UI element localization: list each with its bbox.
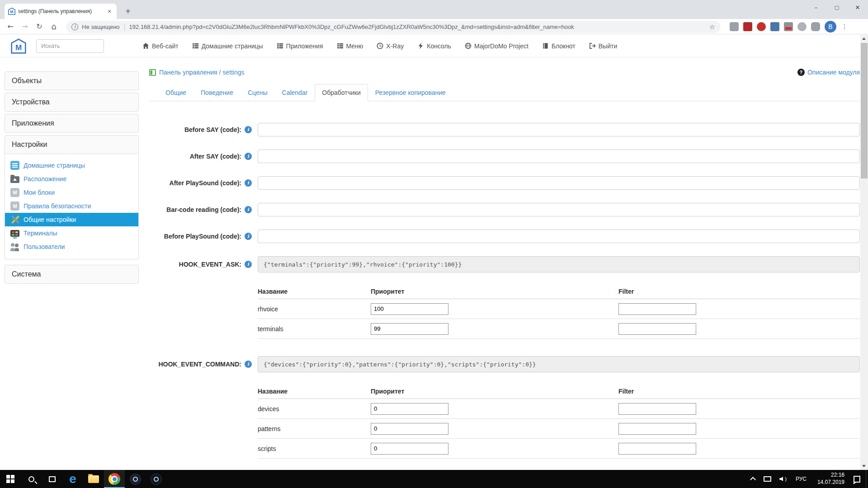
- taskbar-steam-2[interactable]: [146, 470, 166, 488]
- address-bar[interactable]: Не защищено 192.168.21.4/admin.php?pd=c2…: [66, 21, 721, 33]
- browser-menu-icon[interactable]: [841, 23, 848, 30]
- forward-icon[interactable]: [19, 21, 31, 33]
- scroll-up-arrow[interactable]: [860, 35, 868, 42]
- module-description-link[interactable]: Описание модуля: [797, 69, 860, 76]
- page-info-icon[interactable]: [71, 23, 78, 30]
- majordomo-logo[interactable]: M: [11, 38, 26, 54]
- sidebar-section-objects[interactable]: Объекты: [5, 71, 139, 90]
- priority-input[interactable]: [371, 443, 448, 455]
- tab-calendar[interactable]: Calendar: [275, 84, 315, 101]
- tab-behavior[interactable]: Поведение: [193, 84, 241, 101]
- page-scrollbar[interactable]: [860, 35, 868, 470]
- extension-icon[interactable]: [784, 22, 793, 31]
- sidebar-item-general-settings[interactable]: Общие настройки: [5, 213, 138, 226]
- taskbar-edge[interactable]: [62, 470, 83, 488]
- nav-item-console[interactable]: Консоль: [410, 42, 458, 50]
- nav-item-website[interactable]: Веб-сайт: [136, 42, 185, 50]
- filter-input[interactable]: [618, 303, 696, 315]
- nav-item-notebook[interactable]: Блокнот: [535, 42, 582, 50]
- extension-icon[interactable]: [797, 22, 807, 31]
- bookmark-star-icon[interactable]: [709, 23, 715, 31]
- profile-avatar[interactable]: B: [825, 21, 836, 33]
- barcode-input[interactable]: [258, 203, 860, 216]
- nav-item-apps[interactable]: Приложения: [270, 42, 330, 50]
- sidebar-section-devices[interactable]: Устройства: [5, 93, 139, 112]
- tab-backup[interactable]: Резервное копирование: [368, 84, 453, 101]
- browser-tab[interactable]: M settings (Панель управления): [5, 4, 117, 19]
- language-indicator[interactable]: РУС: [796, 476, 807, 482]
- sidebar-item-homepages[interactable]: Домашние страницы: [5, 159, 138, 172]
- taskbar-search-button[interactable]: [21, 470, 42, 488]
- sidebar-section-apps[interactable]: Приложения: [5, 114, 139, 133]
- start-button[interactable]: [0, 470, 21, 488]
- after-say-input[interactable]: [258, 150, 860, 163]
- extension-icon[interactable]: [811, 22, 820, 31]
- minimize-button[interactable]: [806, 0, 826, 14]
- info-icon[interactable]: [245, 233, 252, 240]
- filter-input[interactable]: [618, 443, 696, 455]
- filter-input[interactable]: [618, 323, 696, 335]
- priority-input[interactable]: [371, 403, 448, 415]
- url-text[interactable]: 192.168.21.4/admin.php?pd=c2V0dGluZ3M6e2…: [129, 23, 706, 30]
- breadcrumb[interactable]: Панель управления / settings: [149, 69, 245, 76]
- info-icon[interactable]: [245, 179, 252, 187]
- hook-ask-value: {"terminals":{"priority":99},"rhvoice":{…: [258, 256, 860, 272]
- action-center-icon[interactable]: [854, 476, 860, 483]
- taskbar-chrome[interactable]: [104, 470, 125, 488]
- extension-icon[interactable]: [757, 22, 766, 31]
- sidebar-item-myblocks[interactable]: Мои блоки: [5, 186, 138, 199]
- filter-input[interactable]: [618, 423, 696, 435]
- info-icon[interactable]: [245, 126, 252, 133]
- divider: [124, 23, 125, 31]
- extension-icon[interactable]: [730, 22, 739, 31]
- tab-general[interactable]: Общие: [158, 84, 193, 101]
- taskbar-clock[interactable]: 22:16 14.07.2019: [817, 472, 844, 486]
- nav-item-project[interactable]: MajorDoMo Project: [458, 42, 535, 50]
- filter-input[interactable]: [618, 403, 696, 415]
- nav-item-logout[interactable]: Выйти: [582, 42, 624, 50]
- tab-handlers[interactable]: Обработчики: [315, 84, 368, 101]
- task-view-button[interactable]: [42, 470, 62, 488]
- sidebar-section-system[interactable]: Система: [5, 265, 139, 284]
- nav-item-xray[interactable]: X-Ray: [370, 42, 410, 50]
- volume-tray-icon[interactable]: [779, 476, 786, 482]
- extension-icon[interactable]: [770, 22, 779, 31]
- sidebar-item-security-rules[interactable]: Правила безопасности: [5, 199, 138, 213]
- close-button[interactable]: [847, 0, 868, 14]
- nav-item-menu[interactable]: Меню: [330, 42, 370, 50]
- taskbar-steam[interactable]: [125, 470, 146, 488]
- priority-input[interactable]: [371, 423, 448, 435]
- tab-close-icon[interactable]: [106, 8, 113, 15]
- scroll-down-arrow[interactable]: [860, 462, 868, 470]
- table-row: terminals: [258, 319, 860, 339]
- tab-scenes[interactable]: Сцены: [241, 84, 275, 101]
- search-input[interactable]: [36, 39, 104, 53]
- sidebar-item-users[interactable]: Пользователи: [5, 240, 138, 253]
- info-icon[interactable]: [245, 206, 252, 213]
- show-desktop-button[interactable]: [866, 470, 868, 488]
- back-icon[interactable]: [5, 21, 16, 33]
- new-tab-button[interactable]: [122, 5, 134, 17]
- taskbar-explorer[interactable]: [83, 470, 104, 488]
- priority-input[interactable]: [371, 303, 448, 315]
- display-tray-icon[interactable]: [764, 476, 771, 482]
- notebook-icon: [542, 42, 549, 49]
- reload-icon[interactable]: [33, 21, 45, 33]
- tray-expand-icon[interactable]: [750, 477, 755, 481]
- home-icon[interactable]: [48, 21, 60, 33]
- maximize-button[interactable]: [826, 0, 847, 14]
- extension-icon[interactable]: [743, 22, 752, 31]
- sidebar-item-terminals[interactable]: Терминалы: [5, 226, 138, 240]
- before-say-input[interactable]: [258, 123, 860, 136]
- taskbar: РУС 22:16 14.07.2019: [0, 470, 868, 488]
- before-playsound-input[interactable]: [258, 230, 860, 243]
- info-icon[interactable]: [245, 153, 252, 160]
- scrollbar-thumb[interactable]: [861, 43, 868, 178]
- nav-item-homepages[interactable]: Домашние страницы: [185, 42, 270, 50]
- sidebar-item-location[interactable]: Расположение: [5, 172, 138, 186]
- info-icon[interactable]: [245, 261, 252, 268]
- sidebar-section-settings[interactable]: Настройки: [5, 135, 139, 154]
- info-icon[interactable]: [245, 361, 252, 368]
- after-playsound-input[interactable]: [258, 176, 860, 190]
- priority-input[interactable]: [371, 323, 448, 335]
